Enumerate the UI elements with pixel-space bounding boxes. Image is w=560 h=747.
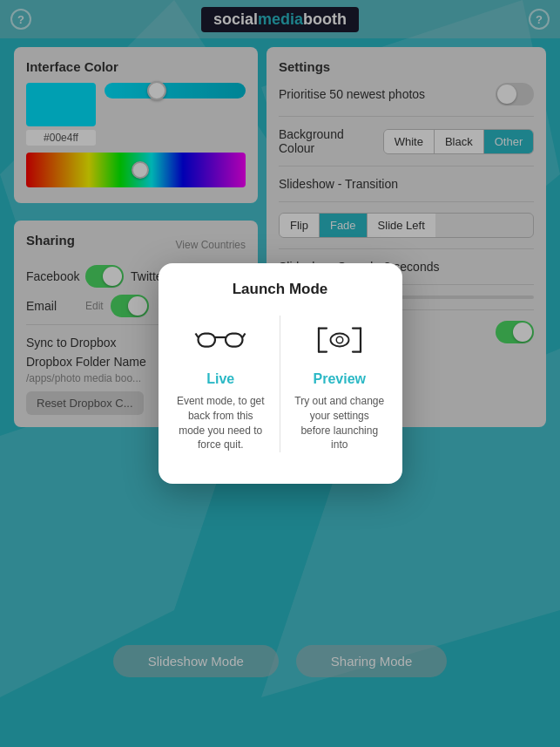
live-option[interactable]: Live Event mode, to get back from this m…: [176, 316, 267, 452]
svg-line-8: [243, 333, 246, 337]
live-label: Live: [206, 371, 234, 387]
svg-rect-5: [226, 333, 243, 346]
preview-label: Preview: [314, 371, 366, 387]
svg-line-7: [196, 333, 199, 337]
modal-title: Launch Mode: [176, 281, 385, 298]
modal-options: Live Event mode, to get back from this m…: [176, 316, 385, 452]
modal-overlay[interactable]: Launch Mode Live Event mode, to get back…: [0, 0, 560, 747]
eye-icon: [308, 316, 371, 364]
modal-divider: [280, 316, 280, 452]
glasses-icon: [189, 316, 252, 364]
live-desc: Event mode, to get back from this mode y…: [176, 394, 267, 452]
preview-desc: Try out and change your settings before …: [294, 394, 385, 452]
svg-point-10: [336, 336, 343, 343]
svg-rect-4: [199, 333, 216, 346]
svg-point-9: [330, 333, 348, 346]
launch-mode-modal: Launch Mode Live Event mode, to get back…: [159, 263, 402, 484]
preview-option[interactable]: Preview Try out and change your settings…: [294, 316, 385, 452]
